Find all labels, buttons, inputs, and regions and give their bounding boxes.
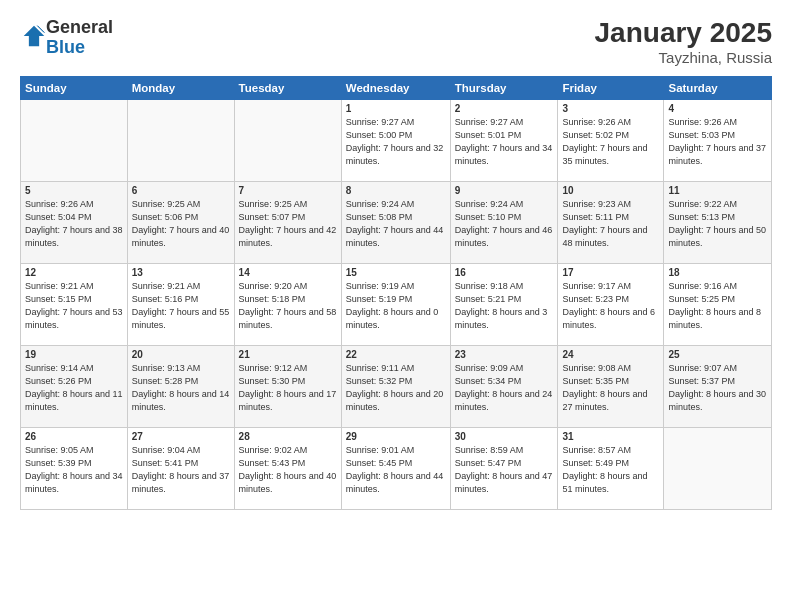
day-info: Sunrise: 9:17 AMSunset: 5:23 PMDaylight:…: [562, 280, 659, 332]
calendar-week-row: 1Sunrise: 9:27 AMSunset: 5:00 PMDaylight…: [21, 99, 772, 181]
table-row: 18Sunrise: 9:16 AMSunset: 5:25 PMDayligh…: [664, 263, 772, 345]
table-row: 1Sunrise: 9:27 AMSunset: 5:00 PMDaylight…: [341, 99, 450, 181]
day-info: Sunrise: 9:14 AMSunset: 5:26 PMDaylight:…: [25, 362, 123, 414]
calendar-week-row: 19Sunrise: 9:14 AMSunset: 5:26 PMDayligh…: [21, 345, 772, 427]
day-info: Sunrise: 9:05 AMSunset: 5:39 PMDaylight:…: [25, 444, 123, 496]
svg-marker-0: [24, 26, 45, 47]
table-row: [127, 99, 234, 181]
table-row: [664, 427, 772, 509]
day-info: Sunrise: 9:23 AMSunset: 5:11 PMDaylight:…: [562, 198, 659, 250]
col-saturday: Saturday: [664, 76, 772, 99]
table-row: 10Sunrise: 9:23 AMSunset: 5:11 PMDayligh…: [558, 181, 664, 263]
calendar-week-row: 12Sunrise: 9:21 AMSunset: 5:15 PMDayligh…: [21, 263, 772, 345]
day-number: 13: [132, 267, 230, 278]
table-row: 16Sunrise: 9:18 AMSunset: 5:21 PMDayligh…: [450, 263, 558, 345]
day-number: 14: [239, 267, 337, 278]
day-info: Sunrise: 9:16 AMSunset: 5:25 PMDaylight:…: [668, 280, 767, 332]
day-number: 26: [25, 431, 123, 442]
logo-general-text: General: [46, 17, 113, 37]
day-info: Sunrise: 9:27 AMSunset: 5:00 PMDaylight:…: [346, 116, 446, 168]
day-info: Sunrise: 9:26 AMSunset: 5:02 PMDaylight:…: [562, 116, 659, 168]
table-row: 13Sunrise: 9:21 AMSunset: 5:16 PMDayligh…: [127, 263, 234, 345]
day-number: 29: [346, 431, 446, 442]
day-info: Sunrise: 9:20 AMSunset: 5:18 PMDaylight:…: [239, 280, 337, 332]
day-info: Sunrise: 9:12 AMSunset: 5:30 PMDaylight:…: [239, 362, 337, 414]
day-info: Sunrise: 8:57 AMSunset: 5:49 PMDaylight:…: [562, 444, 659, 496]
day-number: 10: [562, 185, 659, 196]
day-info: Sunrise: 9:02 AMSunset: 5:43 PMDaylight:…: [239, 444, 337, 496]
day-number: 21: [239, 349, 337, 360]
table-row: 21Sunrise: 9:12 AMSunset: 5:30 PMDayligh…: [234, 345, 341, 427]
table-row: 12Sunrise: 9:21 AMSunset: 5:15 PMDayligh…: [21, 263, 128, 345]
table-row: 30Sunrise: 8:59 AMSunset: 5:47 PMDayligh…: [450, 427, 558, 509]
table-row: [234, 99, 341, 181]
page: General Blue January 2025 Tayzhina, Russ…: [0, 0, 792, 612]
col-monday: Monday: [127, 76, 234, 99]
day-number: 4: [668, 103, 767, 114]
day-info: Sunrise: 9:04 AMSunset: 5:41 PMDaylight:…: [132, 444, 230, 496]
logo-icon: [22, 24, 46, 48]
day-number: 1: [346, 103, 446, 114]
day-info: Sunrise: 9:25 AMSunset: 5:07 PMDaylight:…: [239, 198, 337, 250]
table-row: 3Sunrise: 9:26 AMSunset: 5:02 PMDaylight…: [558, 99, 664, 181]
table-row: 9Sunrise: 9:24 AMSunset: 5:10 PMDaylight…: [450, 181, 558, 263]
day-info: Sunrise: 8:59 AMSunset: 5:47 PMDaylight:…: [455, 444, 554, 496]
day-number: 20: [132, 349, 230, 360]
day-info: Sunrise: 9:26 AMSunset: 5:04 PMDaylight:…: [25, 198, 123, 250]
col-sunday: Sunday: [21, 76, 128, 99]
calendar-week-row: 26Sunrise: 9:05 AMSunset: 5:39 PMDayligh…: [21, 427, 772, 509]
day-number: 23: [455, 349, 554, 360]
table-row: 27Sunrise: 9:04 AMSunset: 5:41 PMDayligh…: [127, 427, 234, 509]
day-number: 5: [25, 185, 123, 196]
table-row: 20Sunrise: 9:13 AMSunset: 5:28 PMDayligh…: [127, 345, 234, 427]
day-info: Sunrise: 9:26 AMSunset: 5:03 PMDaylight:…: [668, 116, 767, 168]
day-info: Sunrise: 9:27 AMSunset: 5:01 PMDaylight:…: [455, 116, 554, 168]
page-title: January 2025: [595, 18, 772, 49]
day-info: Sunrise: 9:01 AMSunset: 5:45 PMDaylight:…: [346, 444, 446, 496]
day-number: 3: [562, 103, 659, 114]
calendar-header-row: Sunday Monday Tuesday Wednesday Thursday…: [21, 76, 772, 99]
day-number: 28: [239, 431, 337, 442]
day-number: 15: [346, 267, 446, 278]
table-row: 24Sunrise: 9:08 AMSunset: 5:35 PMDayligh…: [558, 345, 664, 427]
logo-blue-text: Blue: [46, 37, 85, 57]
col-tuesday: Tuesday: [234, 76, 341, 99]
table-row: 7Sunrise: 9:25 AMSunset: 5:07 PMDaylight…: [234, 181, 341, 263]
day-number: 16: [455, 267, 554, 278]
table-row: 23Sunrise: 9:09 AMSunset: 5:34 PMDayligh…: [450, 345, 558, 427]
day-number: 25: [668, 349, 767, 360]
day-info: Sunrise: 9:24 AMSunset: 5:08 PMDaylight:…: [346, 198, 446, 250]
day-number: 24: [562, 349, 659, 360]
col-wednesday: Wednesday: [341, 76, 450, 99]
day-number: 6: [132, 185, 230, 196]
day-number: 18: [668, 267, 767, 278]
calendar-week-row: 5Sunrise: 9:26 AMSunset: 5:04 PMDaylight…: [21, 181, 772, 263]
logo: General Blue: [20, 18, 113, 58]
day-info: Sunrise: 9:11 AMSunset: 5:32 PMDaylight:…: [346, 362, 446, 414]
day-number: 11: [668, 185, 767, 196]
table-row: 28Sunrise: 9:02 AMSunset: 5:43 PMDayligh…: [234, 427, 341, 509]
col-friday: Friday: [558, 76, 664, 99]
table-row: 19Sunrise: 9:14 AMSunset: 5:26 PMDayligh…: [21, 345, 128, 427]
table-row: 25Sunrise: 9:07 AMSunset: 5:37 PMDayligh…: [664, 345, 772, 427]
table-row: 4Sunrise: 9:26 AMSunset: 5:03 PMDaylight…: [664, 99, 772, 181]
day-number: 31: [562, 431, 659, 442]
day-info: Sunrise: 9:08 AMSunset: 5:35 PMDaylight:…: [562, 362, 659, 414]
table-row: 31Sunrise: 8:57 AMSunset: 5:49 PMDayligh…: [558, 427, 664, 509]
calendar-table: Sunday Monday Tuesday Wednesday Thursday…: [20, 76, 772, 510]
day-number: 7: [239, 185, 337, 196]
table-row: 22Sunrise: 9:11 AMSunset: 5:32 PMDayligh…: [341, 345, 450, 427]
header: General Blue January 2025 Tayzhina, Russ…: [20, 18, 772, 66]
day-info: Sunrise: 9:24 AMSunset: 5:10 PMDaylight:…: [455, 198, 554, 250]
day-info: Sunrise: 9:21 AMSunset: 5:15 PMDaylight:…: [25, 280, 123, 332]
table-row: 14Sunrise: 9:20 AMSunset: 5:18 PMDayligh…: [234, 263, 341, 345]
table-row: 26Sunrise: 9:05 AMSunset: 5:39 PMDayligh…: [21, 427, 128, 509]
col-thursday: Thursday: [450, 76, 558, 99]
day-info: Sunrise: 9:07 AMSunset: 5:37 PMDaylight:…: [668, 362, 767, 414]
day-number: 19: [25, 349, 123, 360]
day-number: 30: [455, 431, 554, 442]
table-row: 5Sunrise: 9:26 AMSunset: 5:04 PMDaylight…: [21, 181, 128, 263]
day-info: Sunrise: 9:13 AMSunset: 5:28 PMDaylight:…: [132, 362, 230, 414]
table-row: 6Sunrise: 9:25 AMSunset: 5:06 PMDaylight…: [127, 181, 234, 263]
table-row: 17Sunrise: 9:17 AMSunset: 5:23 PMDayligh…: [558, 263, 664, 345]
